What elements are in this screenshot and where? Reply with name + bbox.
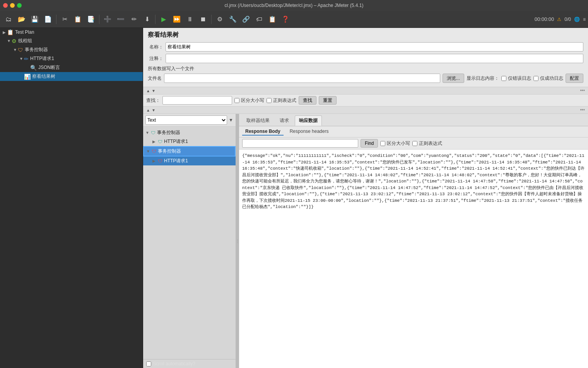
format-select[interactable]: Text JSON XML (145, 115, 227, 125)
resp-case-checkbox[interactable] (380, 141, 385, 146)
response-find-button[interactable]: Find (361, 139, 378, 148)
sub-tab-body[interactable]: Response Body (242, 128, 284, 136)
cut-button[interactable]: ✂ (58, 13, 71, 26)
expand-arrow: ▼ (12, 48, 18, 52)
drag-handle[interactable]: ⋮ (236, 114, 239, 368)
test-plan-label: Test Plan (15, 29, 34, 35)
success-only-label: 仅成功日志 (540, 75, 563, 82)
scroll-checkbox[interactable] (146, 361, 151, 366)
find-row: 查找： 区分大小写 正则表达式 查找 重置 (143, 95, 588, 106)
err-shield-icon: 🛡 (152, 149, 156, 154)
reset-button[interactable]: 重置 (319, 96, 337, 105)
find-label: 查找： (146, 97, 160, 104)
regex-checkbox[interactable] (267, 98, 272, 103)
http-ok-label: HTTP请求1 (164, 138, 188, 145)
up-arrow2[interactable]: ▲ (146, 108, 150, 112)
resp-regex-checkbox[interactable] (412, 141, 417, 146)
browse-button[interactable]: 浏览... (443, 74, 464, 83)
file-row: 文件名 浏览... 显示日志内容： 仅错误日志 仅成功日志 配置 (148, 74, 583, 83)
sidebar-item-view-results[interactable]: 📊 察看结果树 (0, 72, 143, 81)
comment-input[interactable] (166, 54, 583, 63)
tab-request[interactable]: 请求 (275, 115, 293, 126)
success-checkbox-row: 仅成功日志 (533, 75, 563, 82)
paste-button[interactable]: 📑 (85, 13, 97, 26)
add-button[interactable]: ➕ (101, 13, 114, 26)
function-button[interactable]: 🏷 (253, 13, 265, 26)
stop-button[interactable]: ⏹ (197, 13, 209, 26)
errors-only-checkbox[interactable] (501, 76, 506, 81)
sidebar-item-json-assert[interactable]: 🔍 JSON断言 (0, 63, 143, 72)
shortcut-button[interactable]: 🔗 (240, 13, 252, 26)
result-tree-item-ctrl-err[interactable]: ▼ 🛡 事务控制器 (143, 146, 236, 156)
pause-button[interactable]: ⏸ (184, 13, 196, 26)
result-tree-item-http-ok[interactable]: ▶ 🛡 HTTP请求1 (143, 137, 236, 146)
errors-checkbox-row: 仅错误日志 (501, 75, 531, 82)
json-icon: 🔍 (30, 65, 37, 71)
run-no-pause-button[interactable]: ⏩ (171, 13, 183, 26)
ctrl-ok-label: 事务控制器 (157, 129, 180, 136)
log-level-icon: ≡ (583, 17, 586, 22)
response-sub-tabs: Response Body Response headers (239, 126, 588, 138)
up-arrow[interactable]: ▲ (146, 89, 150, 93)
http-err-label: HTTP请求1 (164, 158, 188, 164)
tab-sampler-result[interactable]: 取样器结果 (242, 115, 274, 126)
tab-response-data[interactable]: 响应数据 (295, 115, 322, 126)
copy-button[interactable]: 📋 (72, 13, 84, 26)
separator2 (99, 15, 99, 24)
case-sensitive-checkbox[interactable] (234, 98, 239, 103)
run-button[interactable]: ▶ (157, 13, 170, 26)
case-sensitive-row: 区分大小写 (234, 97, 264, 104)
result-tree-item-ctrl-ok[interactable]: ▼ 🛡 事务控制器 (143, 128, 236, 137)
result-tree-panel: Text JSON XML ▼ ▼ 🛡 事务控制器 (143, 114, 236, 368)
panel-title: 察看结果树 (148, 31, 583, 39)
maximize-button[interactable] (17, 3, 22, 8)
panel-header: 察看结果树 名称： 注释： 所有数据写入一个文件 文件名 浏览... 显示日志内… (143, 28, 588, 87)
scroll-label: Scroll automatically? (153, 361, 195, 366)
find-input[interactable] (162, 96, 232, 105)
separator4 (211, 15, 212, 24)
err-shield-icon2: 🛡 (158, 158, 162, 164)
remove-button[interactable]: ➖ (115, 13, 127, 26)
template-button[interactable]: ⚙ (214, 13, 226, 26)
sub-tab-headers[interactable]: Response headers (287, 128, 332, 136)
name-input[interactable] (166, 42, 583, 52)
sidebar-item-transaction-ctrl[interactable]: ▼ 🛡 事务控制器 (0, 45, 143, 54)
sidebar-item-thread-group[interactable]: ▼ ⚙ 线程组 (0, 36, 143, 45)
edit-button[interactable]: ✏ (128, 13, 140, 26)
find-button[interactable]: 查找 (299, 96, 316, 105)
help-button[interactable]: ❓ (279, 13, 292, 26)
plugin-button[interactable]: 🔧 (227, 13, 239, 26)
success-only-checkbox[interactable] (533, 76, 538, 81)
minimize-button[interactable] (10, 3, 15, 8)
sidebar-item-test-plan[interactable]: ▶ 📋 Test Plan (0, 28, 143, 36)
down-arrow[interactable]: ▼ (152, 89, 156, 93)
ctrl-err-label: 事务控制器 (158, 148, 181, 155)
divider-row2: ▲ ▼ ••• (143, 106, 588, 114)
regex-row: 正则表达式 (267, 97, 296, 104)
resp-case-row: 区分大小写 (380, 140, 410, 147)
result-tree-item-http-err[interactable]: ▶ 🛡 HTTP请求1 (143, 156, 236, 165)
save-button[interactable]: 💾 (29, 13, 41, 26)
clear-button[interactable]: ⬇ (141, 13, 153, 26)
new-button[interactable]: 🗂 (2, 13, 15, 26)
divider-row1: ▲ ▼ ••• (143, 87, 588, 95)
close-button[interactable] (3, 3, 8, 8)
save-as-button[interactable]: 📄 (42, 13, 54, 26)
expand-arrow (25, 65, 30, 70)
log-button[interactable]: 📋 (266, 13, 279, 26)
sidebar-item-http-req1[interactable]: ▼ ✏ HTTP请求1 (0, 54, 143, 63)
view-results-label: 察看结果树 (32, 73, 55, 80)
down-arrow2[interactable]: ▼ (152, 108, 156, 112)
config-button[interactable]: 配置 (566, 74, 583, 83)
expand-arrow: ▼ (6, 39, 12, 43)
expand-arrow-http: ▶ (152, 139, 158, 144)
http-req1-label: HTTP请求1 (30, 55, 54, 62)
open-button[interactable]: 📂 (15, 13, 28, 26)
collapse-arrow: ▼ (145, 131, 151, 135)
separator1 (56, 15, 56, 24)
resp-regex-label: 正则表达式 (419, 140, 442, 147)
response-find-input[interactable] (242, 139, 358, 148)
remote-icon: 🌐 (574, 17, 580, 22)
file-input[interactable] (164, 74, 440, 83)
http-icon: ✏ (24, 56, 29, 62)
